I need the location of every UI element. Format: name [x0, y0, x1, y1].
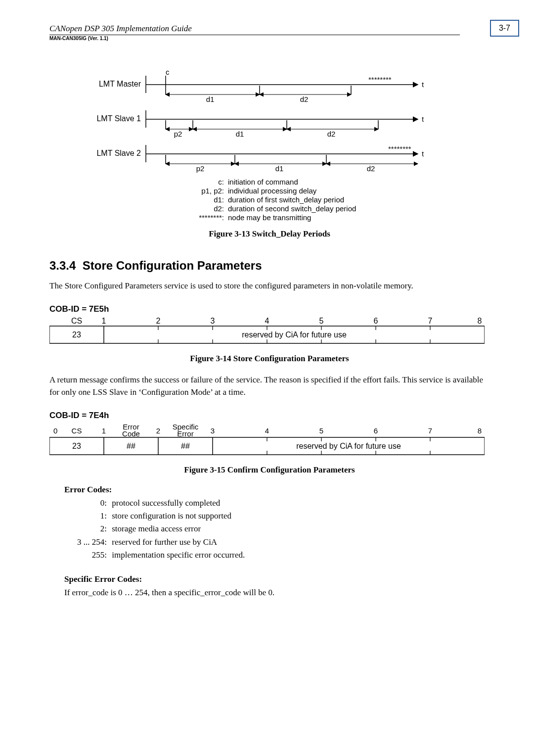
paragraph: The Store Configured Parameters service … — [49, 280, 490, 292]
svg-text:********:: ********: — [199, 213, 224, 222]
figure-3-13-caption: Figure 3-13 Switch_Delay Periods — [49, 229, 490, 239]
svg-text:8: 8 — [478, 317, 482, 325]
svg-text:c:: c: — [218, 178, 224, 186]
svg-text:2: 2 — [156, 317, 161, 325]
svg-text:t: t — [422, 80, 424, 89]
svg-text:reserved by CiA for future use: reserved by CiA for future use — [242, 331, 347, 339]
svg-text:7: 7 — [428, 317, 433, 325]
svg-text:********: ******** — [388, 144, 411, 153]
svg-text:c: c — [166, 68, 170, 76]
svg-text:p2: p2 — [174, 130, 182, 138]
figure-3-14-caption: Figure 3-14 Store Configuration Paramete… — [49, 354, 490, 364]
svg-text:3: 3 — [211, 426, 215, 435]
svg-text:5: 5 — [319, 317, 324, 325]
svg-text:duration of first switch_delay: duration of first switch_delay period — [228, 195, 344, 204]
specific-error-title: Specific Error Codes: — [64, 574, 490, 584]
page-number: 3-7 — [490, 20, 519, 37]
svg-text:CS: CS — [71, 317, 82, 325]
svg-text:7: 7 — [428, 426, 432, 435]
svg-text:23: 23 — [72, 331, 81, 339]
svg-text:1: 1 — [102, 426, 106, 435]
doc-title: CANopen DSP 305 Implementation Guide — [49, 24, 460, 35]
svg-text:initiation of command: initiation of command — [228, 178, 298, 186]
svg-text:duration of second switch_dela: duration of second switch_delay period — [228, 204, 356, 213]
svg-text:d1:: d1: — [214, 195, 224, 204]
paragraph: A return message confirms the success or… — [49, 374, 490, 399]
svg-text:4: 4 — [265, 317, 269, 325]
svg-text:d2:: d2: — [214, 204, 224, 213]
svg-text:6: 6 — [374, 426, 378, 435]
timing-diagram: LMT Master LMT Slave 1 LMT Slave 2 c d1 … — [91, 66, 447, 224]
svg-text:##: ## — [181, 442, 190, 450]
svg-text:individual processing delay: individual processing delay — [228, 187, 317, 195]
svg-text:3: 3 — [211, 317, 215, 325]
svg-text:d1: d1 — [275, 164, 284, 173]
svg-text:t: t — [422, 115, 424, 123]
svg-text:d2: d2 — [300, 95, 309, 103]
svg-text:Code: Code — [122, 429, 140, 438]
row-slave2: LMT Slave 2 — [96, 149, 141, 157]
svg-text:1: 1 — [102, 317, 106, 325]
svg-text:p1, p2:: p1, p2: — [201, 187, 224, 195]
doc-subtitle: MAN-CAN305IG (Ver. 1.1) — [49, 36, 460, 41]
svg-text:6: 6 — [374, 317, 378, 325]
figure-3-15-caption: Figure 3-15 Confirm Configuration Parame… — [49, 465, 490, 475]
specific-error-text: If error_code is 0 … 254, then a specifi… — [64, 586, 490, 599]
svg-text:##: ## — [127, 442, 135, 450]
svg-text:d1: d1 — [236, 130, 244, 138]
svg-text:CS: CS — [72, 426, 82, 435]
cobid-7e5h: COB-ID = 7E5h — [49, 304, 490, 314]
error-codes-list: 0: protocol successfully completed 1: st… — [64, 497, 490, 562]
svg-text:node may be transmitting: node may be transmitting — [228, 213, 311, 222]
svg-text:reserved by CiA for future use: reserved by CiA for future use — [296, 442, 401, 450]
svg-text:d2: d2 — [367, 164, 375, 173]
section-heading: 3.3.4 Store Configuration Parameters — [49, 259, 490, 273]
frame-table-7e4h: 0 CS 1 Error Code 2 Specific Error 3 4 5… — [49, 423, 485, 456]
row-slave1: LMT Slave 1 — [96, 114, 141, 123]
svg-text:********: ******** — [368, 75, 392, 84]
svg-text:t: t — [422, 149, 424, 158]
error-codes-title: Error Codes: — [64, 485, 490, 495]
row-master: LMT Master — [99, 80, 141, 88]
svg-text:2: 2 — [156, 426, 160, 435]
svg-text:d1: d1 — [206, 95, 215, 103]
svg-text:5: 5 — [319, 426, 323, 435]
cobid-7e4h: COB-ID = 7E4h — [49, 411, 490, 421]
svg-text:4: 4 — [265, 426, 269, 435]
svg-text:Error: Error — [177, 429, 193, 438]
svg-text:23: 23 — [72, 442, 81, 450]
frame-table-7e5h: CS 1 2 3 4 5 6 7 8 23 reserved by CiA fo… — [49, 316, 485, 345]
svg-text:8: 8 — [478, 426, 482, 435]
svg-text:d2: d2 — [327, 130, 336, 138]
svg-text:p2: p2 — [196, 164, 205, 173]
svg-text:0: 0 — [53, 426, 57, 435]
